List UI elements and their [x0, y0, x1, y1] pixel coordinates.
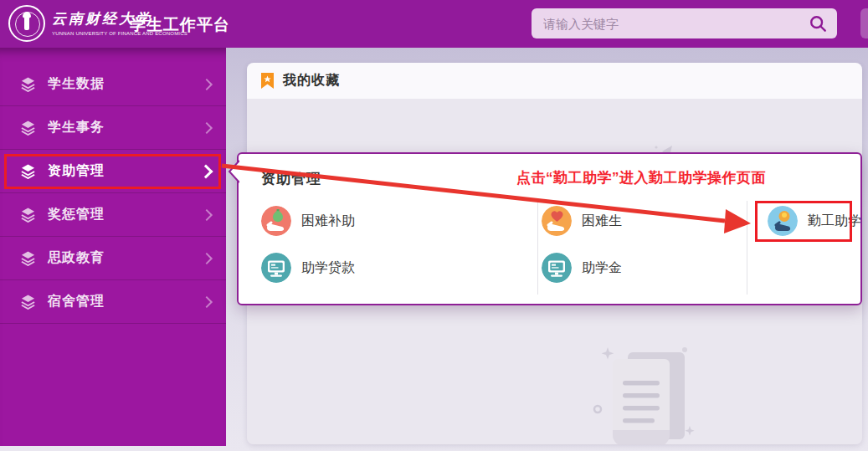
chevron-right-icon [201, 252, 213, 264]
favorites-title: 我的收藏 [283, 72, 340, 90]
popup-left-caret [228, 159, 239, 184]
column-divider [537, 201, 538, 295]
sidebar-item-label: 学生事务 [48, 119, 203, 136]
sidebar-menu: 学生数据 学生事务 资助管理 奖惩管理 思政教育 [0, 63, 226, 324]
sidebar-item-label: 思政教育 [48, 249, 203, 267]
no-data-illustration [591, 344, 700, 444]
layers-icon [20, 163, 36, 179]
column-divider [747, 201, 747, 295]
chevron-right-icon [201, 121, 213, 133]
sidebar-item-label: 资助管理 [48, 162, 201, 180]
chevron-right-icon [199, 164, 213, 178]
sidebar-item-dormitory-management[interactable]: 宿舍管理 [0, 280, 226, 324]
app-item-label: 助学金 [582, 259, 622, 277]
search-icon[interactable] [809, 14, 827, 33]
chevron-right-icon [201, 208, 213, 220]
sidebar-item-ideological-education[interactable]: 思政教育 [0, 237, 226, 280]
app-item-label: 勤工助学 [808, 213, 861, 230]
sidebar-item-label: 学生数据 [48, 75, 203, 93]
app-item-hardship-student[interactable]: 困难生 [542, 206, 622, 236]
layers-icon [20, 294, 36, 310]
person-idea-icon [768, 206, 798, 236]
bookmark-star-icon [260, 72, 275, 90]
layers-icon [20, 76, 36, 92]
sidebar-item-funding-management[interactable]: 资助管理 [0, 150, 226, 193]
app-item-label: 助学贷款 [301, 259, 355, 277]
header-corner-button[interactable] [860, 8, 868, 38]
chevron-right-icon [201, 295, 213, 307]
sidebar-item-student-data[interactable]: 学生数据 [0, 63, 226, 106]
app-item-work-study[interactable]: 勤工助学 [768, 206, 861, 236]
sidebar-item-student-affairs[interactable]: 学生事务 [0, 106, 226, 150]
layers-icon [20, 120, 36, 136]
monitor-icon [261, 253, 291, 283]
chevron-right-icon [201, 78, 213, 90]
search-input[interactable] [542, 16, 809, 32]
app-item-grant[interactable]: 助学金 [542, 253, 622, 283]
hand-money-icon [261, 206, 291, 236]
top-header-bar: 云南财经大学 YUNNAN UNIVERSITY OF FINANCE AND … [0, 0, 868, 48]
app-item-student-loan[interactable]: 助学贷款 [261, 253, 355, 283]
student-work-platform: 云南财经大学 YUNNAN UNIVERSITY OF FINANCE AND … [0, 0, 868, 451]
favorites-header: 我的收藏 [247, 63, 862, 99]
hand-heart-icon [542, 206, 572, 236]
search-box[interactable] [532, 8, 837, 38]
app-item-label: 困难补助 [301, 213, 355, 230]
popup-title: 资助管理 [261, 169, 321, 188]
layers-icon [20, 250, 36, 266]
university-seal-logo [8, 5, 45, 42]
page-title: 学生工作平台 [130, 14, 230, 36]
funding-popup-panel: 资助管理 困难补助 助学贷款 [237, 152, 862, 305]
sidebar-item-label: 奖惩管理 [48, 206, 203, 223]
app-item-label: 困难生 [582, 213, 622, 230]
app-item-hardship-subsidy[interactable]: 困难补助 [261, 206, 355, 236]
sidebar: 学生数据 学生事务 资助管理 奖惩管理 思政教育 [0, 48, 226, 446]
monitor-icon [542, 253, 572, 283]
layers-icon [20, 207, 36, 223]
sidebar-item-reward-punishment[interactable]: 奖惩管理 [0, 193, 226, 237]
sidebar-item-label: 宿舍管理 [48, 293, 203, 310]
